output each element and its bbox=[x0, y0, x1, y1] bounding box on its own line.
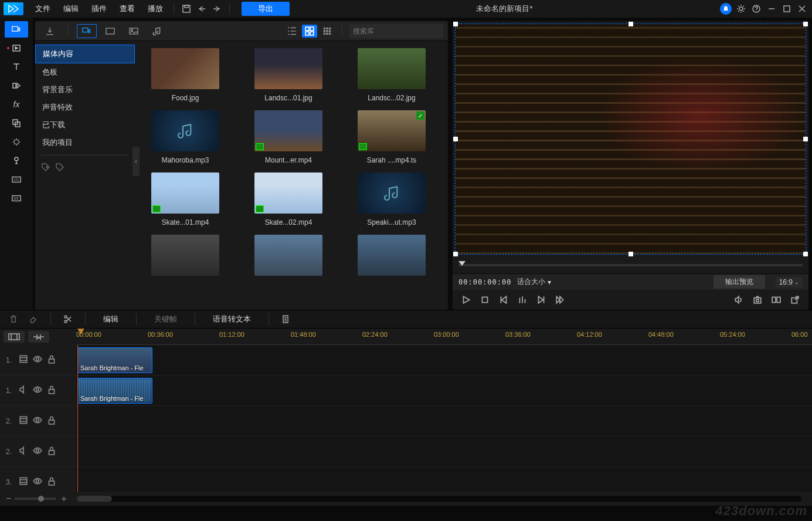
split-icon[interactable] bbox=[60, 313, 76, 326]
media-thumb[interactable]: Mahoroba.mp3 bbox=[140, 110, 231, 164]
resize-handle[interactable] bbox=[453, 22, 458, 26]
resize-handle[interactable] bbox=[803, 22, 808, 26]
more-tools-icon[interactable] bbox=[278, 313, 294, 326]
export-button[interactable]: 导出 bbox=[242, 2, 290, 16]
media-thumb[interactable]: Landsc...01.jpg bbox=[243, 48, 334, 102]
media-thumb[interactable]: Food.jpg bbox=[140, 48, 231, 102]
media-thumb[interactable] bbox=[346, 235, 437, 280]
media-thumb[interactable]: Speaki...ut.mp3 bbox=[346, 172, 437, 226]
nav-downloaded[interactable]: 已下载 bbox=[35, 116, 135, 134]
eye-icon[interactable] bbox=[33, 354, 42, 366]
help-icon[interactable] bbox=[750, 2, 763, 15]
track-lane[interactable]: Sarah Brightman - Fle bbox=[76, 345, 812, 375]
timeline-horizontal-scroll[interactable] bbox=[77, 496, 801, 502]
redo-icon[interactable] bbox=[209, 2, 225, 15]
media-thumb[interactable]: Skate...02.mp4 bbox=[243, 172, 334, 226]
resize-handle[interactable] bbox=[628, 22, 633, 26]
sidebar-audio-icon[interactable] bbox=[5, 153, 28, 169]
timeline-ruler[interactable]: 00:00:0000:36:0001:12:0001:48:0002:24:00… bbox=[76, 329, 812, 345]
speech-to-text-button[interactable]: 语音转文本 bbox=[205, 312, 259, 327]
nav-my-projects[interactable]: 我的项目 bbox=[35, 134, 135, 151]
media-thumb[interactable]: Landsc...02.jpg bbox=[346, 48, 437, 102]
media-thumb[interactable]: Skate...01.mp4 bbox=[140, 172, 231, 226]
aspect-ratio-dropdown[interactable]: 16:9⌄ bbox=[776, 277, 803, 287]
speaker-icon[interactable] bbox=[19, 446, 28, 457]
resize-handle[interactable] bbox=[803, 137, 808, 141]
resize-handle[interactable] bbox=[453, 137, 458, 141]
sidebar-text-icon[interactable] bbox=[5, 59, 28, 75]
sidebar-media-icon[interactable] bbox=[5, 21, 28, 38]
timeline-clip[interactable]: Sarah Brightman - Fle bbox=[77, 347, 152, 373]
nav-media-content[interactable]: 媒体内容 bbox=[35, 45, 135, 63]
mark-in-icon[interactable] bbox=[515, 293, 530, 307]
view-grid-icon[interactable] bbox=[302, 25, 317, 38]
timeline-clip[interactable]: Sarah Brightman - Fle bbox=[77, 378, 152, 404]
zoom-fit-dropdown[interactable]: 适合大小▾ bbox=[517, 277, 551, 287]
tab-media-icon[interactable] bbox=[77, 24, 97, 38]
nav-color-boards[interactable]: 色板 bbox=[35, 63, 135, 81]
undo-icon[interactable] bbox=[194, 2, 209, 15]
track-lane[interactable] bbox=[76, 406, 812, 437]
popout-icon[interactable] bbox=[787, 293, 803, 307]
stop-icon[interactable] bbox=[477, 293, 492, 307]
sidebar-overlay-icon[interactable] bbox=[5, 115, 28, 131]
menu-play[interactable]: 播放 bbox=[142, 1, 169, 16]
dual-view-icon[interactable] bbox=[769, 293, 784, 307]
preview-video[interactable] bbox=[455, 23, 806, 255]
lock-icon[interactable] bbox=[47, 446, 56, 457]
close-icon[interactable] bbox=[796, 2, 808, 15]
eye-icon[interactable] bbox=[33, 446, 42, 457]
minimize-icon[interactable] bbox=[765, 2, 778, 15]
media-thumb[interactable] bbox=[140, 235, 231, 280]
lock-icon[interactable] bbox=[47, 354, 56, 366]
settings-icon[interactable] bbox=[735, 2, 748, 15]
resize-handle[interactable] bbox=[628, 252, 633, 256]
sidebar-effects-icon[interactable]: fx bbox=[5, 96, 28, 113]
tab-video-icon[interactable] bbox=[100, 24, 120, 38]
sidebar-particle-icon[interactable] bbox=[5, 134, 28, 150]
volume-icon[interactable] bbox=[731, 293, 746, 307]
tag-add-icon[interactable] bbox=[41, 163, 50, 174]
menu-plugins[interactable]: 插件 bbox=[86, 1, 113, 16]
notification-icon[interactable] bbox=[719, 2, 732, 15]
tab-image-icon[interactable] bbox=[124, 24, 144, 38]
timeline-view-icon[interactable] bbox=[4, 331, 25, 343]
zoom-slider[interactable] bbox=[15, 498, 56, 500]
media-thumb[interactable]: ✓Sarah ....mp4.ts bbox=[346, 110, 437, 164]
lock-icon[interactable] bbox=[47, 476, 56, 488]
edit-button[interactable]: 编辑 bbox=[95, 312, 127, 327]
keyframe-button[interactable]: 关键帧 bbox=[146, 312, 185, 327]
scrub-playhead-icon[interactable] bbox=[458, 261, 466, 266]
track-lane[interactable] bbox=[76, 437, 812, 467]
menu-edit[interactable]: 编辑 bbox=[57, 1, 84, 16]
film-icon[interactable] bbox=[19, 354, 28, 366]
sidebar-transition-icon[interactable] bbox=[5, 77, 28, 94]
lock-icon[interactable] bbox=[47, 385, 56, 396]
sidebar-caption-icon[interactable]: CC bbox=[5, 171, 28, 188]
media-thumb[interactable]: Mount...er.mp4 bbox=[243, 110, 334, 164]
film-icon[interactable] bbox=[19, 476, 28, 488]
maximize-icon[interactable] bbox=[780, 2, 793, 15]
lock-icon[interactable] bbox=[47, 415, 56, 427]
playhead-line[interactable] bbox=[77, 345, 78, 492]
nav-bgm[interactable]: 背景音乐 bbox=[35, 81, 135, 99]
nav-sound-fx[interactable]: 声音特效 bbox=[35, 99, 135, 116]
zoom-in-icon[interactable]: ＋ bbox=[59, 493, 69, 505]
eye-icon[interactable] bbox=[33, 476, 42, 488]
track-lane[interactable]: Sarah Brightman - Fle bbox=[76, 375, 812, 406]
menu-file[interactable]: 文件 bbox=[29, 1, 56, 16]
prev-frame-icon[interactable] bbox=[496, 293, 511, 307]
trash-icon[interactable] bbox=[6, 313, 21, 326]
search-input[interactable] bbox=[353, 27, 441, 35]
eraser-icon[interactable] bbox=[26, 313, 41, 326]
preview-scrubber[interactable] bbox=[453, 257, 808, 273]
view-list-icon[interactable] bbox=[284, 25, 300, 38]
output-preview-button[interactable]: 输出预览 bbox=[714, 275, 765, 289]
next-frame-icon[interactable] bbox=[534, 293, 549, 307]
film-icon[interactable] bbox=[19, 415, 28, 427]
import-icon[interactable] bbox=[40, 24, 60, 38]
zoom-out-icon[interactable]: − bbox=[6, 493, 11, 504]
track-body[interactable]: Sarah Brightman - FleSarah Brightman - F… bbox=[76, 345, 812, 492]
snapshot-icon[interactable] bbox=[750, 293, 765, 307]
resize-handle[interactable] bbox=[453, 252, 458, 256]
